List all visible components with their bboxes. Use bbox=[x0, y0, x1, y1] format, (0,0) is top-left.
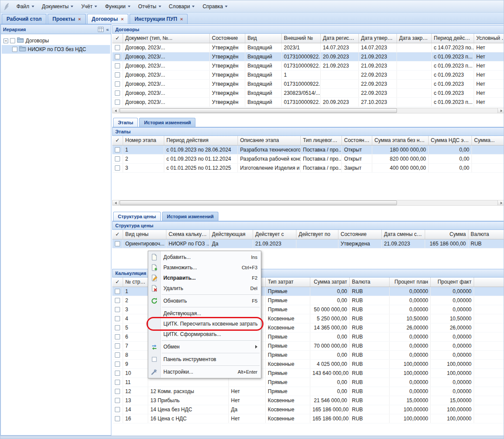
main-tab[interactable]: Рабочий стол bbox=[2, 14, 46, 24]
column-header[interactable]: Состояние bbox=[338, 230, 382, 239]
grid-view-icon[interactable] bbox=[98, 27, 104, 32]
column-header[interactable]: Сумма bbox=[425, 230, 468, 239]
context-menu-item[interactable]: ЦИТК. Сформировать... bbox=[148, 329, 261, 339]
row-checkbox[interactable] bbox=[115, 165, 120, 171]
tree-checkbox[interactable] bbox=[12, 47, 17, 52]
table-row[interactable]: 1313 ПрибыльНетКосвенные21 546 000,00RUB… bbox=[112, 396, 504, 405]
row-checkbox[interactable] bbox=[115, 380, 120, 385]
menubar-item[interactable]: Отчёты bbox=[134, 2, 165, 11]
column-header[interactable]: Описание этапа bbox=[238, 136, 301, 145]
table-row[interactable]: Договор, 2023/...УтверждёнВходящий230823… bbox=[112, 89, 504, 98]
context-menu-item[interactable]: Панель инструментов bbox=[148, 354, 261, 365]
context-menu-item[interactable]: Настройки...Alt+Enter bbox=[148, 367, 261, 377]
menubar-item[interactable]: Документы bbox=[38, 2, 78, 11]
row-checkbox[interactable] bbox=[115, 398, 120, 403]
context-menu-item[interactable]: Обмен bbox=[148, 342, 261, 352]
row-checkbox[interactable] bbox=[115, 316, 120, 321]
main-tab[interactable]: Инструкции ПУП× bbox=[130, 14, 188, 24]
scroll-right-button[interactable] bbox=[497, 200, 504, 205]
table-row[interactable]: 2с 01.09.2023 по 01.12.2024Разработка ра… bbox=[112, 155, 504, 164]
horizontal-scrollbar[interactable] bbox=[112, 200, 504, 206]
column-header[interactable]: Действует с bbox=[253, 230, 296, 239]
tree-item-niokr[interactable]: НИОКР по ГОЗ без НДС bbox=[2, 45, 110, 54]
table-row[interactable]: Договор, 2023/...УтверждёнВходящий017310… bbox=[112, 52, 504, 61]
column-header[interactable]: Дата регистрации bbox=[321, 34, 359, 43]
column-header[interactable]: Период действия... bbox=[432, 34, 474, 43]
table-row[interactable]: 1с 01.09.2023 по 28.06.2024Разработка те… bbox=[112, 145, 504, 155]
row-checkbox[interactable] bbox=[115, 100, 120, 105]
column-header[interactable]: Внешний № bbox=[282, 34, 321, 43]
column-header[interactable]: Тип лицевого счёт... bbox=[301, 136, 342, 145]
column-header[interactable]: Действующая bbox=[210, 230, 253, 239]
table-row[interactable]: 3с 01.01.2025 по 01.12.2025Изготовление … bbox=[112, 164, 504, 173]
tree-checkbox[interactable] bbox=[10, 38, 15, 43]
column-header[interactable]: Процент факт bbox=[431, 278, 474, 287]
table-row[interactable]: 11Прямые0,00RUB0,000000,00000 bbox=[112, 378, 504, 387]
column-header[interactable] bbox=[474, 278, 504, 287]
column-header[interactable]: Дата закрытия bbox=[397, 34, 432, 43]
column-header[interactable]: Сумма... bbox=[472, 136, 504, 145]
column-header[interactable]: Тип затрат bbox=[266, 278, 310, 287]
column-header[interactable]: Дата утверждения bbox=[359, 34, 397, 43]
row-checkbox[interactable] bbox=[115, 352, 120, 358]
context-menu-item[interactable]: ЦИТК. Пересчитать косвенные затраты... bbox=[148, 319, 261, 329]
menubar-item[interactable]: Функции bbox=[101, 2, 134, 11]
menubar-item[interactable]: Учёт bbox=[77, 2, 101, 11]
inner-tab[interactable]: История изменений bbox=[162, 212, 218, 221]
scroll-left-button[interactable] bbox=[113, 108, 119, 113]
tree-item-contracts[interactable]: Договоры bbox=[2, 36, 110, 45]
main-tab[interactable]: Договоры× bbox=[87, 14, 129, 24]
column-header[interactable]: Дата смены состо... bbox=[382, 230, 425, 239]
column-header[interactable]: Схема калькуляци... bbox=[166, 230, 210, 239]
column-header[interactable]: ✓ bbox=[112, 34, 123, 43]
row-checkbox[interactable] bbox=[115, 362, 120, 367]
row-checkbox[interactable] bbox=[115, 241, 120, 246]
row-checkbox[interactable] bbox=[115, 298, 120, 303]
row-checkbox[interactable] bbox=[115, 90, 120, 96]
table-row[interactable]: 1212 Комм. расходыНетПрямые0,00RUB0,0000… bbox=[112, 387, 504, 396]
table-row[interactable]: 1616 Цена с НДСНетКосвенные165 186 000,0… bbox=[112, 414, 504, 423]
table-row[interactable]: Договор, 2023/...УтверждёнВходящий122.09… bbox=[112, 71, 504, 80]
scrollbar-thumb[interactable] bbox=[120, 200, 397, 205]
column-header[interactable]: Сумма НДС этапа bbox=[429, 136, 472, 145]
row-checkbox[interactable] bbox=[115, 147, 120, 152]
tab-close-icon[interactable]: × bbox=[121, 17, 124, 22]
row-checkbox[interactable] bbox=[115, 334, 120, 339]
table-row[interactable]: 1414 Цена без НДСДаКосвенные165 186 000,… bbox=[112, 405, 504, 414]
column-header[interactable]: Номер этапа bbox=[123, 136, 164, 145]
column-header[interactable]: Период действия bbox=[164, 136, 238, 145]
row-checkbox[interactable] bbox=[115, 72, 120, 77]
table-row[interactable]: Договор, 2023/...УтверждёнВходящий2023/1… bbox=[112, 43, 504, 52]
row-checkbox[interactable] bbox=[115, 63, 120, 68]
context-menu-item[interactable]: Добавить...Ins bbox=[148, 252, 261, 262]
table-row[interactable]: Ориентировоч...НИОКР по ГОЗ ...Да21.09.2… bbox=[112, 239, 504, 249]
row-checkbox[interactable] bbox=[115, 289, 120, 294]
row-checkbox[interactable] bbox=[115, 54, 120, 59]
table-row[interactable]: Договор, 2023/...УтверждёнВходящий017310… bbox=[112, 61, 504, 71]
row-checkbox[interactable] bbox=[115, 416, 120, 421]
horizontal-scrollbar[interactable] bbox=[112, 108, 504, 113]
column-header[interactable]: Состояние bbox=[210, 34, 245, 43]
collapse-panel-icon[interactable]: « bbox=[106, 27, 109, 32]
main-tab[interactable]: Проекты× bbox=[48, 14, 86, 24]
column-header[interactable]: Вид bbox=[245, 34, 282, 43]
column-header[interactable]: Сумма этапа без налогов bbox=[372, 136, 429, 145]
tree-collapse-toggle-icon[interactable] bbox=[3, 39, 8, 43]
column-header[interactable]: Валюта bbox=[468, 230, 504, 239]
column-header[interactable]: Валюта bbox=[350, 278, 390, 287]
column-header[interactable]: ✓ bbox=[112, 136, 123, 145]
column-header[interactable]: Документ (тип, №... bbox=[123, 34, 210, 43]
column-header[interactable]: ✓ bbox=[112, 278, 123, 287]
inner-tab[interactable]: Этапы bbox=[113, 118, 138, 127]
context-menu-item[interactable]: Действующая... bbox=[148, 308, 261, 319]
row-checkbox[interactable] bbox=[115, 45, 120, 50]
row-checkbox[interactable] bbox=[115, 343, 120, 349]
tab-close-icon[interactable]: × bbox=[180, 17, 183, 22]
inner-tab[interactable]: Структура цены bbox=[113, 212, 161, 221]
column-header[interactable]: Процент план bbox=[390, 278, 431, 287]
context-menu-item[interactable]: Исправить...F2 bbox=[148, 273, 261, 283]
column-header[interactable]: Условный догов... bbox=[474, 34, 504, 43]
row-checkbox[interactable] bbox=[115, 307, 120, 312]
inner-tab[interactable]: История изменений bbox=[139, 118, 195, 127]
row-checkbox[interactable] bbox=[115, 407, 120, 412]
